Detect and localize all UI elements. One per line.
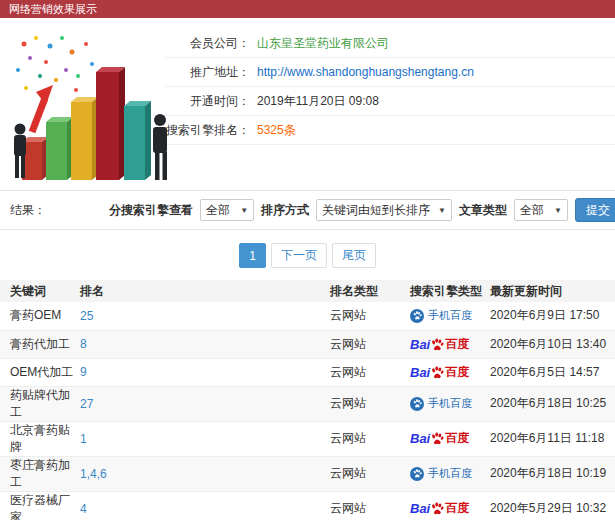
result-label: 结果： xyxy=(10,202,46,219)
sort-select[interactable]: 关键词由短到长排序 ▼ xyxy=(316,199,452,221)
info-row-rank-count: 搜索引擎排名： 5325条 xyxy=(165,116,615,145)
engine-filter-select[interactable]: 全部 ▼ xyxy=(200,199,254,221)
rank-link[interactable]: 4 xyxy=(80,502,87,516)
mobile-baidu-icon xyxy=(410,467,424,481)
baidu-paw-icon xyxy=(431,338,444,351)
baidu-logo-latin: Bai xyxy=(410,365,430,380)
rank-link[interactable]: 8 xyxy=(80,337,87,351)
baidu-paw-icon xyxy=(431,432,444,445)
header-updated: 最新更新时间 xyxy=(490,280,615,302)
baidu-logo-latin: Bai xyxy=(410,431,430,446)
baidu-logo-cn: 百度 xyxy=(445,500,469,517)
rank-cell: 1,4,6 xyxy=(80,456,330,491)
updated-cell: 2020年6月18日 10:25 xyxy=(490,386,615,421)
rank-type-cell: 云网站 xyxy=(330,491,410,520)
baidu-logo: Bai 百度 xyxy=(410,430,469,447)
engine-cell: Bai 百度 手机百度 xyxy=(410,302,490,330)
table-row: 膏药代加工 8 云网站 Bai 百度 手机百度 2020年6月10日 13:40 xyxy=(0,330,615,358)
table-row: 膏药OEM 25 云网站 Bai 百度 手机百度 2020年6月9日 17:50 xyxy=(0,302,615,330)
table-header-row: 关键词 排名 排名类型 搜索引擎类型 最新更新时间 xyxy=(0,280,615,302)
page-1-button[interactable]: 1 xyxy=(239,243,266,268)
info-rows: 会员公司： 山东皇圣堂药业有限公司 推广地址： http://www.shand… xyxy=(165,18,615,145)
last-page-button[interactable]: 尾页 xyxy=(332,243,376,268)
results-table: 关键词 排名 排名类型 搜索引擎类型 最新更新时间 膏药OEM 25 云网站 B… xyxy=(0,280,615,520)
updated-cell: 2020年5月29日 10:32 xyxy=(490,491,615,520)
bars xyxy=(22,67,151,180)
rank-cell: 4 xyxy=(80,491,330,520)
mobile-baidu-label: 手机百度 xyxy=(428,466,472,481)
updated-cell: 2020年6月5日 14:57 xyxy=(490,358,615,386)
rank-cell: 1 xyxy=(80,421,330,456)
keyword-cell: 北京膏药贴牌 xyxy=(0,421,80,456)
engine-cell: Bai 百度 手机百度 xyxy=(410,421,490,456)
baidu-logo-cn: 百度 xyxy=(445,430,469,447)
engine-cell: Bai 百度 手机百度 xyxy=(410,491,490,520)
article-type-label: 文章类型 xyxy=(459,202,507,219)
article-type-select[interactable]: 全部 ▼ xyxy=(514,199,568,221)
businessman-left xyxy=(14,124,26,179)
marketing-chart-illustration xyxy=(6,30,184,180)
rank-link[interactable]: 9 xyxy=(80,365,87,379)
businessman-right xyxy=(153,114,167,180)
paw-icon xyxy=(413,399,422,408)
rank-type-cell: 云网站 xyxy=(330,302,410,330)
info-row-url: 推广地址： http://www.shandonghuangshengtang.… xyxy=(165,58,615,87)
paw-icon xyxy=(413,311,422,320)
page-header: 网络营销效果展示 xyxy=(0,0,615,18)
page-root: 网络营销效果展示 xyxy=(0,0,615,520)
submit-button[interactable]: 提交 xyxy=(575,198,615,222)
rank-cell: 9 xyxy=(80,358,330,386)
updated-cell: 2020年6月10日 13:40 xyxy=(490,330,615,358)
article-type-value: 全部 xyxy=(520,202,544,219)
engine-filter-label: 分搜索引擎查看 xyxy=(109,202,193,219)
pagination: 1 下一页 尾页 xyxy=(0,230,615,280)
mobile-baidu-label: 手机百度 xyxy=(428,396,472,411)
table-row: 医疗器械厂家 4 云网站 Bai 百度 手机百度 2020年5月29日 10:3… xyxy=(0,491,615,520)
rank-type-cell: 云网站 xyxy=(330,421,410,456)
header-engine-type: 搜索引擎类型 xyxy=(410,280,490,302)
baidu-logo: Bai 百度 xyxy=(410,336,469,353)
keyword-cell: 膏药OEM xyxy=(0,302,80,330)
info-row-company: 会员公司： 山东皇圣堂药业有限公司 xyxy=(165,29,615,58)
header-rank-type: 排名类型 xyxy=(330,280,410,302)
sort-value: 关键词由短到长排序 xyxy=(322,202,430,219)
rank-cell: 25 xyxy=(80,302,330,330)
next-page-button[interactable]: 下一页 xyxy=(271,243,327,268)
rank-count-value: 5325条 xyxy=(257,122,296,139)
keyword-cell: OEM代加工 xyxy=(0,358,80,386)
rank-cell: 27 xyxy=(80,386,330,421)
baidu-paw-icon xyxy=(431,366,444,379)
filter-bar: 结果： 分搜索引擎查看 全部 ▼ 排序方式 关键词由短到长排序 ▼ 文章类型 全… xyxy=(0,190,615,230)
mobile-baidu-logo: 手机百度 xyxy=(410,396,472,411)
filter-controls: 分搜索引擎查看 全部 ▼ 排序方式 关键词由短到长排序 ▼ 文章类型 全部 ▼ … xyxy=(109,198,615,222)
promo-url-link[interactable]: http://www.shandonghuangshengtang.cn xyxy=(257,65,474,79)
chevron-down-icon: ▼ xyxy=(438,206,446,215)
keyword-cell: 枣庄膏药加工 xyxy=(0,456,80,491)
updated-cell: 2020年6月9日 17:50 xyxy=(490,302,615,330)
rank-link[interactable]: 1,4,6 xyxy=(80,467,107,481)
baidu-logo-cn: 百度 xyxy=(445,364,469,381)
rank-link[interactable]: 27 xyxy=(80,397,93,411)
mobile-baidu-icon xyxy=(410,309,424,323)
chevron-down-icon: ▼ xyxy=(240,206,248,215)
open-time-value: 2019年11月20日 09:08 xyxy=(257,93,379,110)
confetti-dots xyxy=(16,36,94,92)
rank-type-cell: 云网站 xyxy=(330,358,410,386)
baidu-paw-icon xyxy=(431,502,444,515)
company-link[interactable]: 山东皇圣堂药业有限公司 xyxy=(257,35,389,52)
mobile-baidu-logo: 手机百度 xyxy=(410,466,472,481)
paw-icon xyxy=(413,469,422,478)
info-row-open-time: 开通时间： 2019年11月20日 09:08 xyxy=(165,87,615,116)
baidu-logo-latin: Bai xyxy=(410,337,430,352)
keyword-cell: 医疗器械厂家 xyxy=(0,491,80,520)
table-row: 药贴牌代加工 27 云网站 Bai 百度 手机百度 2020年6月18日 10:… xyxy=(0,386,615,421)
rank-link[interactable]: 25 xyxy=(80,309,93,323)
baidu-logo-cn: 百度 xyxy=(445,336,469,353)
rank-type-cell: 云网站 xyxy=(330,386,410,421)
engine-cell: Bai 百度 手机百度 xyxy=(410,358,490,386)
engine-cell: Bai 百度 手机百度 xyxy=(410,386,490,421)
chevron-down-icon: ▼ xyxy=(554,206,562,215)
updated-cell: 2020年6月18日 10:19 xyxy=(490,456,615,491)
rank-link[interactable]: 1 xyxy=(80,432,87,446)
keyword-cell: 膏药代加工 xyxy=(0,330,80,358)
